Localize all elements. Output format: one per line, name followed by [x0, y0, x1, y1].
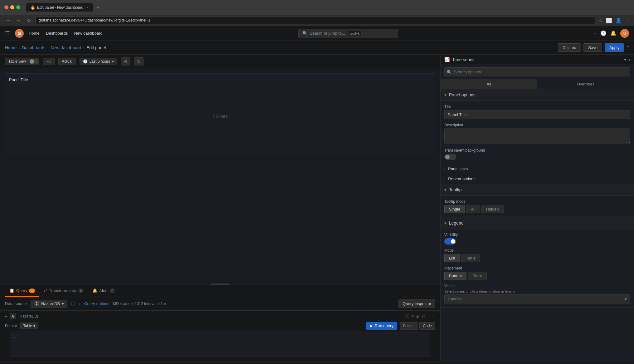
query-delete-icon[interactable]: 🗑	[421, 314, 425, 319]
data-source-select[interactable]: 🗄️ NazareDB ▾	[31, 300, 67, 308]
plus-button[interactable]: +	[594, 31, 597, 36]
tooltip-header[interactable]: ▾ Tooltip	[441, 184, 634, 196]
query-inspector-button[interactable]: Query inspector	[398, 299, 435, 308]
back-button[interactable]: ←	[4, 17, 12, 24]
line-number: 1	[13, 334, 19, 339]
run-query-button[interactable]: ▶ Run query	[366, 322, 397, 330]
right-panel: 📈 Time series ▾ › 🔍 All Overrides	[441, 55, 634, 362]
tab-all[interactable]: All	[441, 79, 537, 89]
nav-links: Home › Dashboards › New dashboard	[29, 31, 103, 36]
transparent-toggle-row	[444, 154, 630, 160]
panel-links-row[interactable]: › Panel links	[441, 164, 634, 174]
fill-button[interactable]: Fill	[43, 58, 55, 65]
tab-close-icon[interactable]: ×	[86, 5, 89, 10]
search-icon: 🔍	[302, 31, 307, 36]
table-view-toggle[interactable]: Table view	[5, 58, 39, 65]
profile-icon[interactable]: 👤	[615, 17, 622, 23]
hamburger-menu[interactable]: ☰	[5, 30, 10, 37]
editor-content[interactable]	[19, 334, 19, 339]
tooltip-mode-option: Tooltip mode Single All Hidden	[444, 199, 630, 213]
maximize-button[interactable]	[16, 5, 20, 9]
breadcrumb-dashboards[interactable]: Dashboards	[22, 45, 46, 50]
code-button[interactable]: Code	[419, 322, 435, 330]
tab-transform[interactable]: ⇄ Transform data 0	[39, 285, 88, 297]
query-options-button[interactable]: Query options	[84, 301, 109, 306]
tooltip-hidden-button[interactable]: Hidden	[481, 205, 504, 213]
grafana-logo[interactable]: G	[15, 29, 24, 38]
legend-chevron: ▾	[444, 221, 446, 226]
legend-visibility-toggle[interactable]	[444, 238, 456, 245]
new-tab-button[interactable]: +	[97, 5, 100, 10]
panel-options-chevron: ▾	[444, 93, 446, 97]
format-select[interactable]: Table ▾	[20, 323, 38, 329]
time-range-picker[interactable]: 🕐 Last 6 hours ▾	[80, 58, 117, 65]
actual-button[interactable]: Actual	[58, 58, 76, 65]
placement-right-button[interactable]: Right	[468, 272, 486, 280]
run-query-label: Run query	[375, 323, 393, 328]
save-button[interactable]: Save	[583, 43, 602, 52]
forward-button[interactable]: →	[15, 17, 22, 24]
description-textarea[interactable]	[444, 129, 630, 143]
query-copy-icon[interactable]: ⧉	[411, 314, 414, 319]
builder-button[interactable]: Builder	[400, 322, 418, 330]
ds-options-icon[interactable]: ⓘ	[71, 301, 75, 307]
placement-bottom-button[interactable]: Bottom	[444, 272, 466, 280]
refresh-button[interactable]: ↻	[134, 57, 144, 66]
close-button[interactable]	[4, 5, 8, 9]
ds-chevron-icon: ▾	[62, 301, 64, 306]
minimize-button[interactable]	[10, 5, 14, 9]
panel-options-header[interactable]: ▾ Panel options	[441, 89, 634, 101]
legend-values-select[interactable]: Choose ▾	[444, 294, 630, 303]
alert-tab-icon: 🔔	[92, 288, 97, 293]
options-search-input[interactable]	[444, 67, 630, 76]
query-editor[interactable]: 1	[10, 332, 430, 357]
legend-table-button[interactable]: Table	[461, 254, 480, 262]
transform-tab-badge: 0	[78, 289, 84, 293]
bell-icon[interactable]: 🔔	[610, 30, 617, 36]
query-collapse-icon[interactable]: ▾	[5, 314, 7, 319]
title-input[interactable]	[444, 110, 630, 119]
history-icon[interactable]: 🕐	[600, 30, 607, 36]
panel-options-content: Title Description Transparent background	[441, 101, 634, 164]
panel-links-chevron: ›	[444, 167, 446, 171]
legend-header[interactable]: ▾ Legend	[441, 217, 634, 229]
zoom-button[interactable]: ⊖	[121, 57, 130, 66]
legend-list-button[interactable]: List	[444, 254, 460, 262]
apply-button[interactable]: Apply	[605, 43, 624, 52]
query-drag-icon[interactable]: ⋮⋮	[427, 314, 435, 319]
query-section: 📋 Query 1 ⇄ Transform data 0 🔔 Alert 0	[0, 285, 440, 362]
avatar[interactable]: U	[620, 29, 629, 38]
traffic-lights	[4, 5, 20, 9]
transparent-toggle[interactable]	[444, 154, 456, 160]
bookmark-icon[interactable]: ☆	[598, 17, 603, 23]
repeat-options-row[interactable]: › Repeat options	[441, 174, 634, 184]
legend-visibility-toggle-row	[444, 238, 630, 245]
tab-overrides[interactable]: Overrides	[537, 79, 634, 89]
panel-type-expand[interactable]: ›	[629, 57, 630, 62]
nav-home[interactable]: Home	[29, 31, 40, 36]
tab-query[interactable]: 📋 Query 1	[5, 285, 39, 297]
tab-alert[interactable]: 🔔 Alert 0	[88, 285, 119, 297]
tooltip-single-button[interactable]: Single	[444, 205, 465, 213]
panel-scrollbar[interactable]	[0, 283, 440, 285]
breadcrumb-sep-3: ›	[83, 45, 85, 50]
breadcrumb-new-dashboard[interactable]: New dashboard	[51, 45, 81, 50]
discard-button[interactable]: Discard	[558, 43, 581, 52]
nav-dashboards[interactable]: Dashboards	[46, 31, 68, 36]
options-panel: 🔍 All Overrides ▾ Panel options Title	[441, 65, 634, 362]
tooltip-all-button[interactable]: All	[466, 205, 480, 213]
refresh-button[interactable]: ↻	[26, 17, 32, 24]
panel-type-chevron[interactable]: ▾	[624, 57, 626, 62]
query-info-icon[interactable]: ⓘ	[405, 313, 409, 319]
extensions-icon[interactable]: ⬜	[606, 17, 612, 23]
query-disable-icon[interactable]: ◉	[416, 314, 419, 319]
breadcrumb-sep-1: ›	[18, 45, 20, 50]
query-options-label: Query options	[84, 301, 109, 306]
collapse-button[interactable]: ^	[627, 45, 629, 51]
global-search[interactable]: 🔍 Search or jump to... cmd+k	[298, 29, 398, 38]
address-bar[interactable]	[35, 17, 595, 24]
table-view-switch[interactable]	[29, 59, 39, 64]
breadcrumb-home[interactable]: Home	[5, 45, 17, 50]
browser-tab[interactable]: 🔥 Edit panel - New dashboard ×	[26, 3, 93, 12]
menu-icon[interactable]: ⋮	[625, 17, 630, 23]
